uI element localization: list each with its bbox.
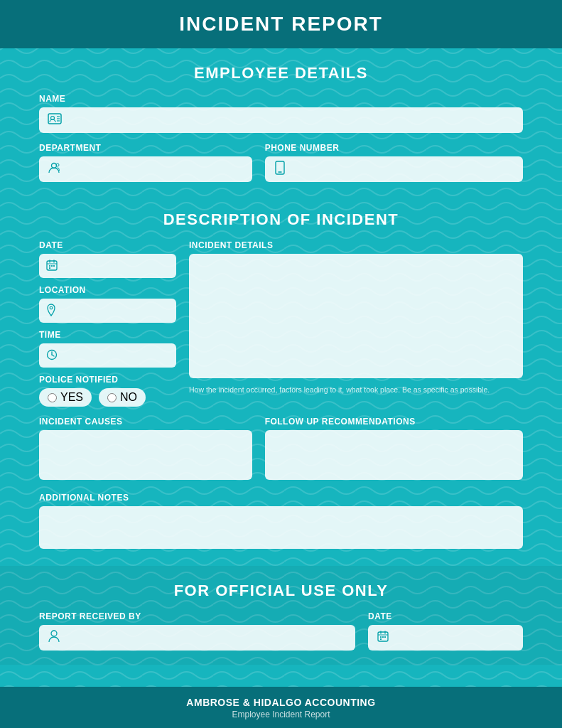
notes-label: ADDITIONAL NOTES	[39, 493, 523, 503]
svg-rect-13	[49, 265, 50, 267]
incident-details-textarea[interactable]	[189, 254, 523, 378]
official-use-title: FOR OFFICIAL USE ONLY	[0, 582, 562, 600]
header: INCIDENT REPORT	[0, 0, 562, 48]
phone-input-wrapper	[265, 156, 523, 182]
date-input-wrapper	[39, 254, 176, 278]
followup-col: FOLLOW UP RECOMMENDATIONS	[265, 417, 523, 483]
company-name: AMBROSE & HIDALGO ACCOUNTING	[0, 697, 562, 708]
police-radio-group: YES NO	[39, 388, 176, 407]
svg-rect-16	[49, 267, 50, 269]
police-no-radio[interactable]	[107, 393, 117, 402]
phone-input[interactable]	[292, 164, 514, 175]
svg-rect-15	[53, 265, 55, 267]
time-input-wrapper	[39, 343, 176, 368]
name-icon	[48, 113, 62, 127]
employee-details-title: EMPLOYEE DETAILS	[39, 64, 523, 82]
incident-details-label: INCIDENT DETAILS	[189, 240, 523, 250]
received-by-input[interactable]	[66, 633, 347, 643]
yes-label: YES	[60, 391, 83, 404]
police-label: POLICE NOTIFIED	[39, 375, 176, 385]
description-title: DESCRIPTION OF INCIDENT	[39, 210, 523, 229]
svg-rect-26	[380, 636, 382, 638]
official-date-col: DATE	[368, 611, 523, 651]
followup-label: FOLLOW UP RECOMMENDATIONS	[265, 417, 523, 427]
svg-rect-27	[382, 636, 384, 638]
svg-point-17	[50, 306, 53, 309]
time-icon	[46, 349, 58, 363]
received-by-input-wrapper	[39, 625, 355, 651]
official-date-label: DATE	[368, 611, 523, 621]
date-label: DATE	[39, 240, 176, 250]
description-left-col: DATE	[39, 240, 176, 407]
description-right-col: INCIDENT DETAILS How the incident occurr…	[189, 240, 523, 395]
location-input[interactable]	[61, 306, 169, 316]
police-yes-option[interactable]: YES	[39, 388, 92, 407]
svg-point-21	[51, 631, 57, 636]
official-date-input[interactable]	[395, 633, 514, 643]
no-label: NO	[120, 391, 137, 404]
phone-field-group: PHONE NUMBER	[265, 143, 523, 182]
incident-hint: How the incident occurred, factors leadi…	[189, 385, 523, 395]
received-by-label: REPORT RECEIVED BY	[39, 611, 355, 621]
official-date-input-wrapper	[368, 625, 523, 651]
department-field-group: DEPARTMENT	[39, 143, 252, 182]
description-layout: DATE	[39, 240, 523, 407]
causes-label: INCIDENT CAUSES	[39, 417, 252, 427]
department-col: DEPARTMENT	[39, 143, 252, 192]
location-icon	[46, 304, 56, 318]
official-use-area: REPORT RECEIVED BY DATE	[0, 611, 562, 665]
name-field-group: NAME	[39, 94, 523, 133]
police-yes-radio[interactable]	[48, 393, 57, 402]
causes-col: INCIDENT CAUSES	[39, 417, 252, 483]
location-input-wrapper	[39, 299, 176, 323]
location-label: LOCATION	[39, 285, 176, 295]
official-date-icon	[377, 631, 389, 645]
causes-followup-row: INCIDENT CAUSES FOLLOW UP RECOMMENDATION…	[39, 417, 523, 483]
received-by-icon	[48, 630, 60, 646]
name-input[interactable]	[67, 115, 514, 126]
dept-phone-row: DEPARTMENT	[39, 143, 523, 192]
name-label: NAME	[39, 94, 523, 104]
time-label: TIME	[39, 330, 176, 340]
notes-field-group: ADDITIONAL NOTES	[39, 493, 523, 552]
time-input[interactable]	[63, 350, 169, 360]
date-input[interactable]	[63, 261, 169, 271]
description-section: DESCRIPTION OF INCIDENT DATE	[0, 195, 562, 566]
location-field-group: LOCATION	[39, 285, 176, 323]
page-wrapper: INCIDENT REPORT EMPLOYEE DETAILS NAME	[0, 0, 562, 728]
phone-label: PHONE NUMBER	[265, 143, 523, 153]
page-title: INCIDENT REPORT	[0, 13, 562, 36]
phone-col: PHONE NUMBER	[265, 143, 523, 192]
date-icon	[46, 259, 58, 273]
police-notified-group: POLICE NOTIFIED YES NO	[39, 375, 176, 407]
svg-rect-29	[380, 638, 382, 640]
svg-line-20	[52, 355, 54, 356]
department-input-wrapper	[39, 156, 252, 182]
department-input[interactable]	[66, 164, 244, 175]
department-label: DEPARTMENT	[39, 143, 252, 153]
official-row: REPORT RECEIVED BY DATE	[39, 611, 523, 651]
causes-textarea[interactable]	[39, 430, 252, 480]
svg-rect-28	[384, 636, 386, 638]
notes-textarea[interactable]	[39, 506, 523, 549]
date-field-group: DATE	[39, 240, 176, 278]
phone-icon	[274, 161, 286, 178]
svg-rect-14	[51, 265, 53, 267]
name-input-wrapper	[39, 107, 523, 133]
report-type: Employee Incident Report	[0, 710, 562, 719]
footer: AMBROSE & HIDALGO ACCOUNTING Employee In…	[0, 687, 562, 728]
time-field-group: TIME	[39, 330, 176, 368]
official-use-section: FOR OFFICIAL USE ONLY REPORT RECEIVED BY	[0, 566, 562, 665]
received-by-col: REPORT RECEIVED BY	[39, 611, 355, 651]
followup-textarea[interactable]	[265, 430, 523, 480]
department-icon	[48, 161, 60, 177]
employee-details-section: EMPLOYEE DETAILS NAME	[0, 48, 562, 192]
police-no-option[interactable]: NO	[99, 388, 146, 407]
